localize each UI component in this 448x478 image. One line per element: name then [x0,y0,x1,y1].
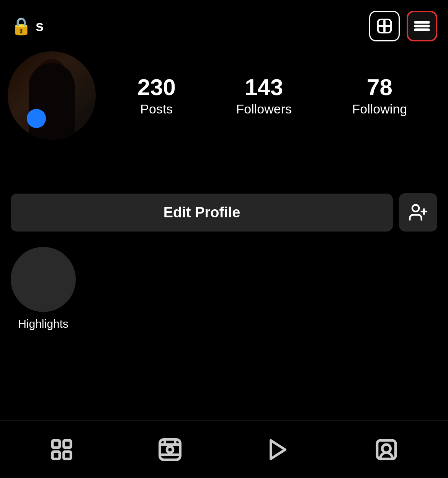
highlights-section: Highlights [0,239,448,334]
tagged-icon [373,436,400,463]
add-person-icon [408,202,428,222]
add-new-button[interactable] [369,11,400,41]
tab-play[interactable] [224,436,332,463]
username-display: s [36,18,44,34]
followers-count: 143 [245,75,283,100]
menu-icon-box [407,11,437,41]
highlight-circle [11,247,76,312]
highlight-label: Highlights [18,317,69,330]
following-label: Following [352,102,407,117]
following-count: 78 [367,75,392,100]
profile-section: 230 Posts 143 Followers 78 Following [0,48,448,140]
bio-section [0,140,448,189]
following-stat[interactable]: 78 Following [352,75,407,117]
svg-rect-12 [64,452,71,459]
svg-rect-11 [52,452,60,459]
hamburger-icon [413,17,431,35]
tab-tagged[interactable] [332,436,441,463]
stats-container: 230 Posts 143 Followers 78 Following [107,75,437,117]
plus-icon [376,17,393,35]
header: 🔒 s [0,0,448,48]
header-left: 🔒 s [11,16,44,36]
followers-stat[interactable]: 143 Followers [236,75,292,117]
highlight-item[interactable]: Highlights [11,247,76,330]
posts-label: Posts [140,102,173,117]
header-right [369,11,437,41]
edit-profile-button[interactable]: Edit Profile [11,194,393,232]
avatar-background [8,51,96,140]
play-icon [265,436,291,463]
svg-marker-19 [271,440,285,459]
grid-icon [48,436,75,463]
menu-button[interactable] [407,11,437,41]
tab-grid[interactable] [8,436,116,463]
posts-count: 230 [137,75,176,100]
avatar-accent [27,109,46,128]
svg-rect-9 [52,440,60,448]
svg-rect-10 [64,440,71,448]
avatar[interactable] [8,51,96,140]
posts-stat[interactable]: 230 Posts [137,75,176,117]
add-follow-button[interactable] [399,193,437,232]
avatar-body [29,63,75,140]
add-icon-box [369,11,400,41]
action-buttons: Edit Profile [0,189,448,239]
lock-icon: 🔒 [11,16,32,36]
svg-point-14 [167,447,173,453]
tab-reels[interactable] [116,436,224,463]
svg-rect-13 [160,439,180,460]
followers-label: Followers [236,102,292,117]
bottom-tabbar [0,421,448,478]
svg-point-6 [412,205,419,212]
reels-icon [157,436,183,463]
